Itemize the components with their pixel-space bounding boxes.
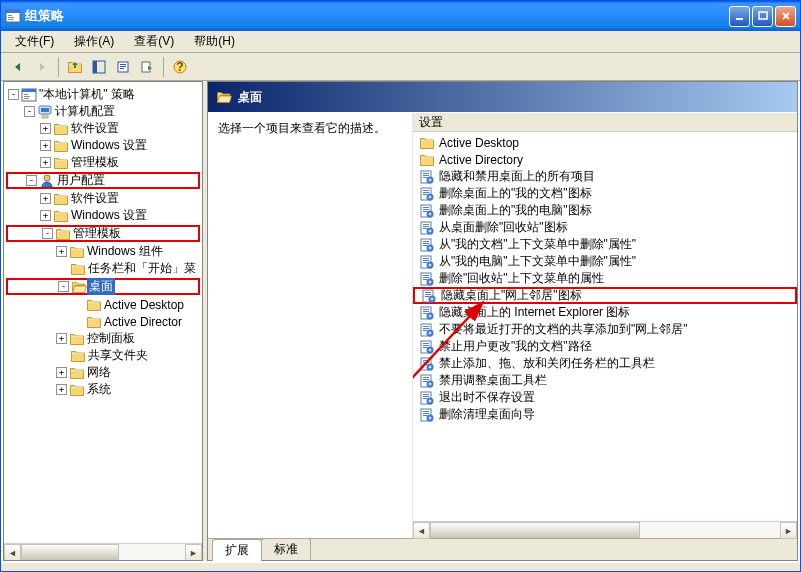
tree-toggle[interactable]: + xyxy=(56,367,67,378)
list-item[interactable]: 禁止用户更改"我的文档"路径 xyxy=(413,338,797,355)
list-item-label: 隐藏桌面上的 Internet Explorer 图标 xyxy=(439,304,630,321)
list-item[interactable]: 隐藏和禁用桌面上的所有项目 xyxy=(413,168,797,185)
show-hide-tree-button[interactable] xyxy=(88,56,110,78)
tree-desktop[interactable]: 桌面 xyxy=(87,278,115,295)
help-button[interactable]: ? xyxy=(169,56,191,78)
tree-toggle[interactable]: - xyxy=(42,228,53,239)
tree-item[interactable]: 网络 xyxy=(85,364,113,381)
tree-toggle[interactable]: + xyxy=(40,140,51,151)
list-item-label: 从桌面删除"回收站"图标 xyxy=(439,219,568,236)
scroll-right-icon[interactable]: ► xyxy=(780,522,797,539)
svg-rect-21 xyxy=(120,68,124,69)
list-item-label: 隐藏和禁用桌面上的所有项目 xyxy=(439,168,595,185)
tab-standard[interactable]: 标准 xyxy=(261,538,311,560)
tree-toggle[interactable]: + xyxy=(40,123,51,134)
svg-rect-14 xyxy=(736,18,743,20)
forward-button[interactable] xyxy=(31,56,53,78)
tree-item[interactable]: Windows 设置 xyxy=(69,137,149,154)
folder-icon xyxy=(55,226,71,242)
folder-icon xyxy=(53,208,69,224)
folder-icon xyxy=(69,382,85,398)
tree-admin-templates[interactable]: 管理模板 xyxy=(71,225,123,242)
scroll-left-icon[interactable]: ◄ xyxy=(4,544,21,561)
window: 组策略 文件(F) 操作(A) 查看(V) 帮助(H) ? -"本地计算机" 策… xyxy=(0,0,801,572)
tree-toggle[interactable]: - xyxy=(26,175,37,186)
folder-icon xyxy=(53,155,69,171)
list-item[interactable]: 从"我的文档"上下文菜单中删除"属性" xyxy=(413,236,797,253)
list-item[interactable]: 删除桌面上的"我的电脑"图标 xyxy=(413,202,797,219)
list-hscrollbar[interactable]: ◄ ► xyxy=(413,521,797,538)
up-button[interactable] xyxy=(64,56,86,78)
tree-item[interactable]: 系统 xyxy=(85,381,113,398)
folder-icon xyxy=(53,121,69,137)
tree-item[interactable]: 软件设置 xyxy=(69,190,121,207)
menu-help[interactable]: 帮助(H) xyxy=(186,31,243,52)
scroll-right-icon[interactable]: ► xyxy=(185,544,202,561)
maximize-button[interactable] xyxy=(752,6,773,27)
tree-item[interactable]: Active Desktop xyxy=(102,298,186,312)
tree-item[interactable]: 任务栏和「开始」菜 xyxy=(86,260,198,277)
list-item[interactable]: Active Desktop xyxy=(413,134,797,151)
menu-action[interactable]: 操作(A) xyxy=(66,31,122,52)
tab-extended[interactable]: 扩展 xyxy=(212,539,262,561)
tree-toggle[interactable]: + xyxy=(40,193,51,204)
tree-item[interactable]: Windows 组件 xyxy=(85,243,165,260)
properties-button[interactable] xyxy=(112,56,134,78)
tree-toggle[interactable]: + xyxy=(56,333,67,344)
minimize-button[interactable] xyxy=(729,6,750,27)
folder-icon xyxy=(53,138,69,154)
back-button[interactable] xyxy=(7,56,29,78)
tree-toggle[interactable]: - xyxy=(24,106,35,117)
folder-icon xyxy=(69,244,85,260)
tree-pane[interactable]: -"本地计算机" 策略 -计算机配置 +软件设置 +Windows 设置 +管理… xyxy=(3,81,203,561)
scroll-left-icon[interactable]: ◄ xyxy=(413,522,430,539)
tree-item[interactable]: Windows 设置 xyxy=(69,207,149,224)
menu-view[interactable]: 查看(V) xyxy=(126,31,182,52)
menu-file[interactable]: 文件(F) xyxy=(7,31,62,52)
close-button[interactable] xyxy=(775,6,796,27)
list-item[interactable]: 退出时不保存设置 xyxy=(413,389,797,406)
list-item[interactable]: 删除"回收站"上下文菜单的属性 xyxy=(413,270,797,287)
list-item-label: 退出时不保存设置 xyxy=(439,389,535,406)
list-item[interactable]: Active Directory xyxy=(413,151,797,168)
tree-toggle[interactable]: - xyxy=(8,89,19,100)
toolbar: ? xyxy=(1,53,800,81)
tree-hscrollbar[interactable]: ◄ ► xyxy=(4,543,202,560)
tree-item[interactable]: 软件设置 xyxy=(69,120,121,137)
tree-toggle[interactable]: + xyxy=(40,210,51,221)
list-item[interactable]: 从桌面删除"回收站"图标 xyxy=(413,219,797,236)
scroll-thumb[interactable] xyxy=(21,544,119,560)
tree-root[interactable]: "本地计算机" 策略 xyxy=(37,86,137,103)
list-item-label: 禁用调整桌面工具栏 xyxy=(439,372,547,389)
policy-icon xyxy=(419,169,435,185)
statusbar xyxy=(1,563,800,571)
description-pane: 选择一个项目来查看它的描述。 xyxy=(208,112,413,538)
folder-icon xyxy=(69,331,85,347)
tree-computer-config[interactable]: 计算机配置 xyxy=(53,103,117,120)
tree-item[interactable]: 控制面板 xyxy=(85,330,137,347)
list-item[interactable]: 禁止添加、拖、放和关闭任务栏的工具栏 xyxy=(413,355,797,372)
list-item[interactable]: 从"我的电脑"上下文菜单中删除"属性" xyxy=(413,253,797,270)
tree-toggle[interactable]: + xyxy=(56,246,67,257)
tree-user-config[interactable]: 用户配置 xyxy=(55,172,107,189)
list-item-label: 禁止用户更改"我的文档"路径 xyxy=(439,338,592,355)
list-item[interactable]: 删除桌面上的"我的文档"图标 xyxy=(413,185,797,202)
list-column-header[interactable]: 设置 xyxy=(413,112,797,132)
toolbar-separator xyxy=(163,57,164,77)
tree-toggle[interactable]: - xyxy=(58,281,69,292)
tree-item[interactable]: 共享文件夹 xyxy=(86,347,150,364)
tree-item[interactable]: Active Director xyxy=(102,315,184,329)
list-item[interactable]: 禁用调整桌面工具栏 xyxy=(413,372,797,389)
list-item-label: 隐藏桌面上"网上邻居"图标 xyxy=(441,287,582,304)
list-item[interactable]: 不要将最近打开的文档的共享添加到"网上邻居" xyxy=(413,321,797,338)
list-item-label: Active Directory xyxy=(439,153,523,167)
list-item[interactable]: 隐藏桌面上的 Internet Explorer 图标 xyxy=(413,304,797,321)
list-item[interactable]: 隐藏桌面上"网上邻居"图标 xyxy=(413,287,797,304)
tree-toggle[interactable]: + xyxy=(40,157,51,168)
policy-icon xyxy=(419,373,435,389)
tree-item[interactable]: 管理模板 xyxy=(69,154,121,171)
export-button[interactable] xyxy=(136,56,158,78)
tree-toggle[interactable]: + xyxy=(56,384,67,395)
scroll-thumb[interactable] xyxy=(430,522,640,538)
list-item[interactable]: 删除清理桌面向导 xyxy=(413,406,797,423)
